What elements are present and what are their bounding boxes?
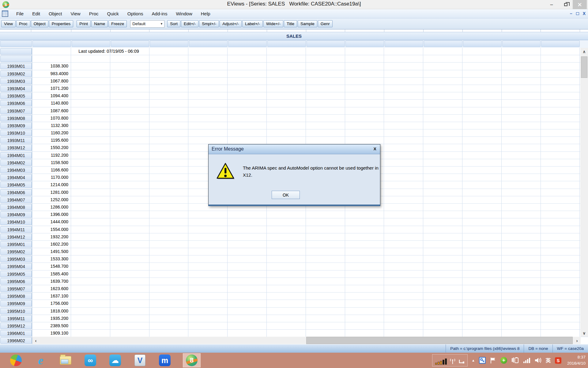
taskbar-app-v-drive-app[interactable]: V xyxy=(133,354,147,367)
toolbar-edit[interactable]: Edit+/- xyxy=(181,20,198,27)
vertical-scroll-thumb[interactable] xyxy=(581,56,587,78)
sogou-icon[interactable]: S xyxy=(555,357,561,364)
corner-header-cell[interactable] xyxy=(0,40,32,47)
key-tool-icon[interactable] xyxy=(479,357,486,364)
value-cell[interactable]: 1160.200 xyxy=(32,129,71,136)
horizontal-scroll-thumb[interactable] xyxy=(306,337,573,344)
row-header[interactable]: 1993M08 xyxy=(0,115,32,121)
row-header[interactable]: 1995M04 xyxy=(0,263,32,270)
value-cell[interactable]: 1158.500 xyxy=(32,159,71,166)
value-cell[interactable]: 1070.800 xyxy=(32,115,71,122)
taskbar-app-cloud-app[interactable]: ☁ xyxy=(108,354,122,367)
column-header-cell[interactable] xyxy=(424,40,462,47)
restore-button[interactable] xyxy=(559,0,573,9)
toolbar-view[interactable]: View xyxy=(1,20,16,27)
value-cell[interactable]: 1140.800 xyxy=(32,100,71,107)
dialog-close-icon[interactable]: x xyxy=(374,146,376,152)
menu-proc[interactable]: Proc xyxy=(85,10,103,17)
toolbar-label[interactable]: Label+/- xyxy=(242,20,263,27)
toolbar-proc[interactable]: Proc xyxy=(16,20,30,27)
menu-help[interactable]: Help xyxy=(197,10,215,17)
taskbar-app-maxthon-browser[interactable]: m xyxy=(158,354,172,367)
sample-dropdown[interactable]: Default ▾ xyxy=(130,20,164,28)
row-header[interactable]: 1994M09 xyxy=(0,211,32,218)
row-header[interactable]: 1994M12 xyxy=(0,234,32,240)
row-header[interactable]: 1996M01 xyxy=(0,330,32,336)
taskbar-app-colorful-orb-app[interactable] xyxy=(9,354,23,367)
menu-options[interactable]: Options xyxy=(123,10,148,17)
row-header[interactable]: 1993M05 xyxy=(0,93,32,99)
value-cell[interactable]: 1602.200 xyxy=(32,241,71,248)
row-header[interactable]: 1993M12 xyxy=(0,144,32,151)
row-header[interactable]: 1995M02 xyxy=(0,248,32,255)
horizontal-scrollbar[interactable]: ‹ › xyxy=(32,337,581,344)
column-header-cell[interactable] xyxy=(111,40,149,47)
taskbar-app-blue-loop-app[interactable]: ∞ xyxy=(84,354,97,367)
value-cell[interactable]: 1533.300 xyxy=(32,255,71,263)
row-header[interactable]: 1994M05 xyxy=(0,182,32,188)
doc-close-button[interactable]: X xyxy=(583,11,586,16)
scroll-up-arrow-icon[interactable]: ∧ xyxy=(580,48,588,55)
toolbar-adjust[interactable]: Adjust+/- xyxy=(220,20,242,27)
row-header[interactable]: 1995M03 xyxy=(0,256,32,262)
column-header-cell[interactable] xyxy=(502,40,541,47)
value-cell[interactable]: 1491.500 xyxy=(32,248,71,255)
row-header[interactable]: 1995M06 xyxy=(0,278,32,285)
ok-button[interactable]: OK xyxy=(272,191,300,199)
column-header-cell[interactable] xyxy=(189,40,228,47)
column-header-cell[interactable] xyxy=(345,40,384,47)
value-cell[interactable]: 1281.000 xyxy=(32,189,71,196)
value-cell[interactable] xyxy=(32,55,71,62)
taskbar-app-eviews[interactable]: 8 xyxy=(183,353,201,367)
value-cell[interactable]: 1637.100 xyxy=(32,293,71,300)
row-header[interactable]: 1995M01 xyxy=(0,241,32,247)
safety-plus-icon[interactable]: + xyxy=(500,357,507,364)
value-cell[interactable]: 1932.200 xyxy=(32,233,71,240)
row-header[interactable]: 1994M11 xyxy=(0,226,32,233)
row-header[interactable]: 1993M09 xyxy=(0,122,32,129)
row-header[interactable]: 1994M10 xyxy=(0,219,32,225)
value-cell[interactable]: 1818.000 xyxy=(32,308,71,315)
value-cell[interactable]: 1909.100 xyxy=(32,330,71,337)
column-header-cell[interactable] xyxy=(32,40,71,47)
battery-icon[interactable] xyxy=(511,357,519,364)
column-header-cell[interactable] xyxy=(307,40,345,47)
menu-quick[interactable]: Quick xyxy=(103,10,123,17)
column-header-cell[interactable] xyxy=(150,40,188,47)
toolbar-genr[interactable]: Genr xyxy=(318,20,333,27)
row-header[interactable]: 1996M02 xyxy=(0,337,32,344)
vertical-scrollbar[interactable]: ∧ ∨ xyxy=(580,48,588,337)
row-header[interactable]: 1993M06 xyxy=(0,100,32,106)
row-header[interactable]: 1993M10 xyxy=(0,130,32,136)
row-header[interactable]: 1993M01 xyxy=(0,63,32,69)
value-cell[interactable]: 1623.600 xyxy=(32,285,71,292)
toolbar-print[interactable]: Print xyxy=(77,20,91,27)
taskbar-app-file-explorer[interactable] xyxy=(59,354,72,367)
value-cell[interactable]: 2389.500 xyxy=(32,322,71,329)
row-header[interactable]: 1994M01 xyxy=(0,152,32,159)
column-header-cell[interactable] xyxy=(228,40,267,47)
menu-file[interactable]: File xyxy=(12,10,28,17)
row-header[interactable]: 1993M07 xyxy=(0,108,32,114)
close-button[interactable]: ✕ xyxy=(573,0,587,9)
menu-window[interactable]: Window xyxy=(172,10,196,17)
row-header[interactable]: 1994M08 xyxy=(0,204,32,210)
row-header[interactable]: 1993M11 xyxy=(0,137,32,144)
row-header[interactable]: 1993M03 xyxy=(0,78,32,84)
value-cell[interactable]: 1192.200 xyxy=(32,152,71,159)
scroll-right-arrow-icon[interactable]: › xyxy=(573,337,581,344)
value-cell[interactable]: 1038.300 xyxy=(32,63,71,70)
row-header[interactable] xyxy=(0,48,32,55)
row-header[interactable]: 1994M03 xyxy=(0,167,32,173)
row-header[interactable]: 1995M12 xyxy=(0,323,32,329)
minimize-button[interactable]: – xyxy=(545,0,559,9)
signal-bars-icon[interactable] xyxy=(523,357,530,363)
scroll-left-arrow-icon[interactable]: ‹ xyxy=(32,337,40,344)
menu-view[interactable]: View xyxy=(66,10,85,17)
row-header[interactable]: 1995M08 xyxy=(0,293,32,299)
value-cell[interactable]: 1071.200 xyxy=(32,85,71,92)
taskbar-app-internet-explorer[interactable]: e xyxy=(34,354,47,367)
value-cell[interactable]: 1396.000 xyxy=(32,211,71,218)
toolbar-title[interactable]: Title xyxy=(284,20,297,27)
value-cell[interactable]: 1132.300 xyxy=(32,122,71,129)
